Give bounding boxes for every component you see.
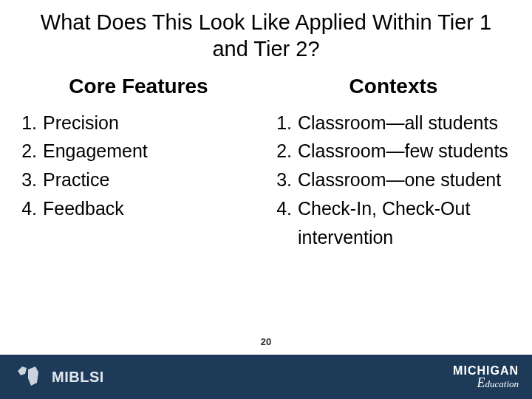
item-number: 1.	[19, 109, 43, 137]
right-brand: MICHIGAN Education	[453, 365, 519, 389]
slide: What Does This Look Like Applied Within …	[0, 0, 532, 399]
list-item: 1.Precision	[19, 109, 262, 137]
item-text: Check-In, Check-Out intervention	[298, 194, 517, 252]
item-text: Classroom—one student	[298, 166, 517, 194]
michigan-map-icon	[13, 361, 44, 393]
michigan-logo-text: MICHIGAN	[453, 365, 519, 377]
page-number: 20	[261, 336, 271, 347]
slide-title: What Does This Look Like Applied Within …	[0, 0, 532, 69]
contexts-list: 1.Classroom—all students 2.Classroom—few…	[270, 109, 517, 252]
item-text: Engagement	[43, 137, 262, 166]
miblsi-logo-text: MIBLSI	[52, 369, 104, 386]
item-text: Precision	[43, 109, 262, 137]
list-item: 3.Classroom—one student	[274, 166, 517, 194]
item-number: 4.	[19, 194, 43, 223]
core-features-list: 1.Precision 2.Engagement 3.Practice 4.Fe…	[15, 109, 262, 223]
item-text: Classroom—few students	[298, 137, 517, 166]
left-column-heading: Core Features	[15, 69, 262, 109]
left-brand: MIBLSI	[13, 361, 104, 393]
list-item: 4.Check-In, Check-Out intervention	[274, 194, 517, 252]
list-item: 4.Feedback	[19, 194, 262, 223]
footer-bar: MIBLSI MICHIGAN Education	[0, 355, 532, 399]
item-text: Practice	[43, 166, 262, 194]
list-item: 2.Classroom—few students	[274, 137, 517, 166]
right-column: Contexts 1.Classroom—all students 2.Clas…	[270, 69, 517, 355]
education-logo-text: Education	[477, 376, 519, 389]
right-column-heading: Contexts	[270, 69, 517, 109]
item-number: 3.	[19, 166, 43, 194]
item-number: 2.	[19, 137, 43, 166]
item-text: Classroom—all students	[298, 109, 517, 137]
item-text: Feedback	[43, 194, 262, 223]
item-number: 3.	[274, 166, 298, 194]
item-number: 4.	[274, 194, 298, 252]
list-item: 2.Engagement	[19, 137, 262, 166]
columns-container: Core Features 1.Precision 2.Engagement 3…	[0, 69, 532, 355]
item-number: 2.	[274, 137, 298, 166]
left-column: Core Features 1.Precision 2.Engagement 3…	[15, 69, 262, 355]
list-item: 3.Practice	[19, 166, 262, 194]
list-item: 1.Classroom—all students	[274, 109, 517, 137]
item-number: 1.	[274, 109, 298, 137]
